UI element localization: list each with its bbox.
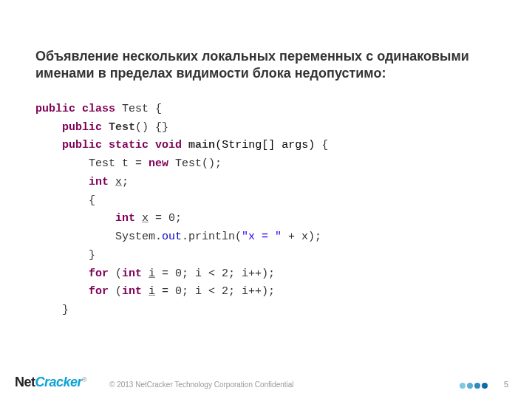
var-i: i (149, 267, 155, 280)
kw-static: static (109, 139, 149, 151)
var-x: x (142, 212, 149, 225)
brace: } (62, 304, 69, 316)
code-block: public class Test { public Test() {} pub… (35, 100, 497, 320)
code-text: = 0; i < 2; i++); (155, 267, 275, 280)
logo: NetCracker® (15, 375, 87, 390)
field-out: out (162, 231, 182, 243)
logo-net: Net (15, 375, 35, 389)
kw-public: public (35, 103, 75, 115)
code-text: .println( (182, 231, 242, 243)
dot-icon (474, 383, 480, 389)
brace: } (89, 249, 95, 262)
sp (135, 212, 142, 225)
page-number: 5 (504, 380, 508, 389)
kw-class: class (82, 103, 115, 115)
kw-int: int (89, 176, 109, 188)
code-text: + x); (282, 231, 321, 243)
parens: () (135, 121, 149, 134)
code-text: System. (115, 231, 162, 243)
main-args: (String[] args) (215, 139, 315, 151)
kw-int: int (115, 212, 135, 225)
dot-icon (467, 383, 473, 389)
sp (109, 176, 115, 188)
dot-icon (482, 383, 488, 389)
kw-void: void (155, 139, 182, 151)
copyright: © 2013 NetCracker Technology Corporation… (109, 381, 294, 389)
ctor-name: Test (109, 121, 135, 134)
slide-footer: NetCracker® © 2013 NetCracker Technology… (0, 369, 532, 392)
semi: ; (122, 176, 129, 188)
brace: { (89, 194, 95, 207)
kw-for: for (89, 267, 109, 280)
sp (142, 285, 149, 298)
brace: { (321, 139, 328, 151)
brace: { (155, 103, 162, 115)
kw-for: for (89, 285, 109, 298)
logo-cracker: Cracker (35, 375, 83, 389)
kw-int: int (122, 267, 142, 280)
logo-reg: ® (82, 376, 87, 383)
var-x: x (115, 176, 122, 188)
body: {} (155, 121, 168, 134)
sp (142, 267, 149, 280)
code-text: Test(); (168, 157, 222, 170)
paren: ( (109, 285, 122, 298)
kw-int: int (122, 285, 142, 298)
kw-public: public (62, 121, 102, 134)
dot-icon (460, 383, 466, 389)
kw-public: public (62, 139, 102, 151)
kw-new: new (149, 157, 168, 170)
code-text: = 0; (149, 212, 182, 225)
paren: ( (109, 267, 122, 280)
var-i: i (149, 285, 155, 298)
dots-decoration (460, 383, 488, 389)
fn-main: main (188, 139, 215, 151)
string-literal: "x = " (242, 231, 282, 243)
code-text: = 0; i < 2; i++); (155, 285, 275, 298)
slide-heading: Объявление нескольких локальных переменн… (35, 48, 497, 83)
code-text: Test t = (89, 157, 149, 170)
class-name: Test (122, 103, 149, 115)
